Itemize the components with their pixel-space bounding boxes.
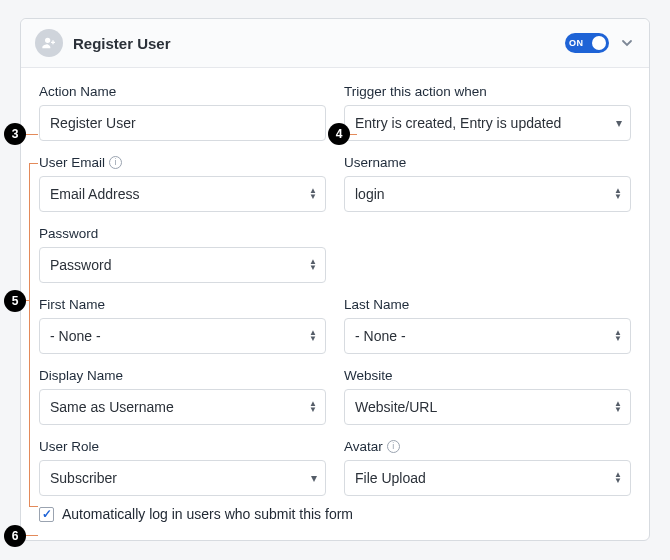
display-name-label: Display Name [39, 368, 326, 383]
password-select[interactable]: Password ▲▼ [39, 247, 326, 283]
first-name-select[interactable]: - None - ▲▼ [39, 318, 326, 354]
trigger-label: Trigger this action when [344, 84, 631, 99]
panel-title: Register User [73, 35, 565, 52]
info-icon[interactable]: i [109, 156, 122, 169]
auto-login-checkbox[interactable]: ✓ [39, 507, 54, 522]
enable-toggle[interactable]: ON [565, 33, 609, 53]
website-select[interactable]: Website/URL ▲▼ [344, 389, 631, 425]
first-name-label: First Name [39, 297, 326, 312]
annotation-badge-6: 6 [4, 525, 26, 547]
sort-icon: ▲▼ [309, 259, 317, 271]
chevron-down-icon: ▾ [311, 472, 317, 484]
display-name-value: Same as Username [50, 399, 174, 415]
annotation-tick [29, 506, 38, 507]
annotation-badge-4: 4 [328, 123, 350, 145]
avatar-label: Avatar i [344, 439, 631, 454]
user-role-label: User Role [39, 439, 326, 454]
annotation-tick [29, 163, 38, 164]
sort-icon: ▲▼ [614, 472, 622, 484]
password-label: Password [39, 226, 326, 241]
annotation-badge-5: 5 [4, 290, 26, 312]
user-email-label: User Email i [39, 155, 326, 170]
sort-icon: ▲▼ [614, 188, 622, 200]
last-name-select[interactable]: - None - ▲▼ [344, 318, 631, 354]
user-role-value: Subscriber [50, 470, 117, 486]
sort-icon: ▲▼ [309, 330, 317, 342]
sort-icon: ▲▼ [309, 188, 317, 200]
password-value: Password [50, 257, 111, 273]
display-name-select[interactable]: Same as Username ▲▼ [39, 389, 326, 425]
action-name-input[interactable]: Register User [39, 105, 326, 141]
register-user-panel: Register User ON Action Name Register Us… [20, 18, 650, 541]
avatar-select[interactable]: File Upload ▲▼ [344, 460, 631, 496]
trigger-select[interactable]: Entry is created, Entry is updated ▾ [344, 105, 631, 141]
user-email-select[interactable]: Email Address ▲▼ [39, 176, 326, 212]
sort-icon: ▲▼ [614, 330, 622, 342]
username-label: Username [344, 155, 631, 170]
sort-icon: ▲▼ [614, 401, 622, 413]
user-email-value: Email Address [50, 186, 139, 202]
sort-icon: ▲▼ [309, 401, 317, 413]
toggle-label: ON [569, 38, 584, 48]
avatar-value: File Upload [355, 470, 426, 486]
panel-header: Register User ON [21, 19, 649, 68]
collapse-icon[interactable] [619, 35, 635, 51]
website-value: Website/URL [355, 399, 437, 415]
last-name-value: - None - [355, 328, 406, 344]
user-role-select[interactable]: Subscriber ▾ [39, 460, 326, 496]
trigger-value: Entry is created, Entry is updated [355, 115, 561, 131]
annotation-tick-3 [25, 134, 38, 135]
user-plus-icon [35, 29, 63, 57]
action-name-value: Register User [50, 115, 136, 131]
username-select[interactable]: login ▲▼ [344, 176, 631, 212]
last-name-label: Last Name [344, 297, 631, 312]
annotation-badge-3: 3 [4, 123, 26, 145]
toggle-knob [592, 36, 606, 50]
auto-login-label: Automatically log in users who submit th… [62, 506, 353, 522]
first-name-value: - None - [50, 328, 101, 344]
annotation-tick-4 [349, 134, 357, 135]
action-name-label: Action Name [39, 84, 326, 99]
annotation-bracket-5 [29, 163, 30, 506]
info-icon[interactable]: i [387, 440, 400, 453]
website-label: Website [344, 368, 631, 383]
username-value: login [355, 186, 385, 202]
chevron-down-icon: ▾ [616, 117, 622, 129]
